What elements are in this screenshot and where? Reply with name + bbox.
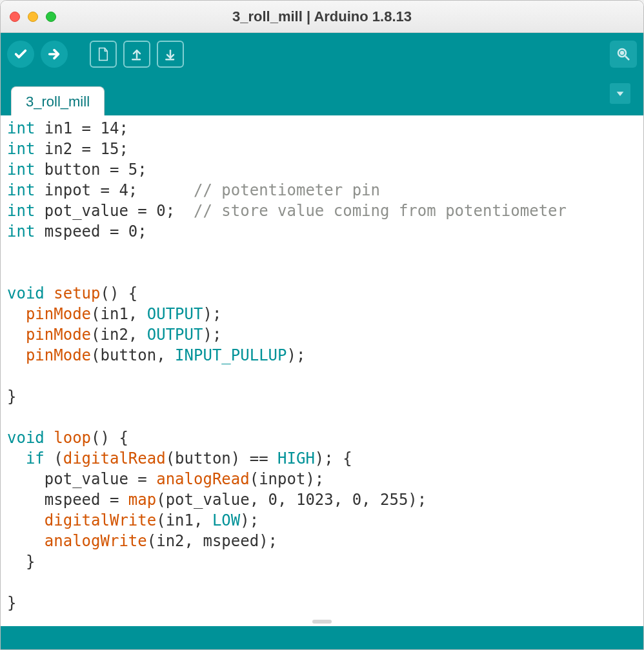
open-sketch-button[interactable] xyxy=(123,41,150,68)
svg-point-7 xyxy=(621,52,623,54)
code-editor[interactable]: int in1 = 14;int in2 = 15;int button = 5… xyxy=(1,115,643,617)
code-line[interactable]: pot_value = analogRead(inpot); xyxy=(7,469,638,489)
sketch-tab-label: 3_roll_mill xyxy=(26,94,90,110)
arrow-up-icon xyxy=(130,47,143,61)
upload-button[interactable] xyxy=(41,41,68,68)
new-sketch-button[interactable] xyxy=(90,41,117,68)
code-line[interactable]: int in2 = 15; xyxy=(7,139,638,159)
serial-monitor-button[interactable] xyxy=(610,41,637,68)
code-line[interactable]: void loop() { xyxy=(7,428,638,448)
verify-button[interactable] xyxy=(7,41,34,68)
code-line[interactable]: mspeed = map(pot_value, 0, 1023, 0, 255)… xyxy=(7,489,638,510)
arrow-right-icon xyxy=(47,47,61,61)
grip-icon xyxy=(312,620,332,624)
chevron-down-icon xyxy=(615,88,625,99)
check-icon xyxy=(14,47,28,61)
code-line[interactable] xyxy=(7,242,638,262)
code-line[interactable]: } xyxy=(7,551,638,572)
minimize-window-button[interactable] xyxy=(28,12,38,22)
serial-monitor-icon xyxy=(616,46,631,62)
code-line[interactable] xyxy=(7,407,638,428)
svg-line-6 xyxy=(625,56,629,60)
code-line[interactable]: int mspeed = 0; xyxy=(7,221,638,242)
code-line[interactable]: if (digitalRead(button) == HIGH); { xyxy=(7,448,638,469)
status-bar xyxy=(1,626,643,649)
resize-grip[interactable] xyxy=(1,617,643,626)
arrow-down-icon xyxy=(164,47,177,61)
titlebar: 3_roll_mill | Arduino 1.8.13 xyxy=(1,1,643,33)
window-controls xyxy=(10,12,56,22)
code-line[interactable]: int inpot = 4; // potentiometer pin xyxy=(7,180,638,201)
close-window-button[interactable] xyxy=(10,12,20,22)
toolbar xyxy=(1,33,643,75)
code-line[interactable]: pinMode(button, INPUT_PULLUP); xyxy=(7,345,638,366)
code-line[interactable]: pinMode(in2, OUTPUT); xyxy=(7,324,638,345)
svg-marker-8 xyxy=(617,92,624,96)
code-line[interactable] xyxy=(7,262,638,283)
code-line[interactable] xyxy=(7,366,638,386)
app-window: 3_roll_mill | Arduino 1.8.13 3_roll_mill xyxy=(0,0,644,650)
code-line[interactable]: int pot_value = 0; // store value coming… xyxy=(7,201,638,221)
code-line[interactable]: digitalWrite(in1, LOW); xyxy=(7,510,638,531)
save-sketch-button[interactable] xyxy=(157,41,184,68)
code-line[interactable]: pinMode(in1, OUTPUT); xyxy=(7,304,638,324)
file-icon xyxy=(97,47,110,61)
window-title: 3_roll_mill | Arduino 1.8.13 xyxy=(1,8,643,25)
tab-menu-button[interactable] xyxy=(610,83,630,104)
sketch-tab[interactable]: 3_roll_mill xyxy=(11,86,105,115)
code-line[interactable]: int button = 5; xyxy=(7,159,638,180)
zoom-window-button[interactable] xyxy=(46,12,56,22)
tab-bar: 3_roll_mill xyxy=(1,75,643,115)
code-line[interactable]: } xyxy=(7,386,638,407)
code-line[interactable]: analogWrite(in2, mspeed); xyxy=(7,531,638,551)
code-line[interactable]: int in1 = 14; xyxy=(7,118,638,139)
code-line[interactable]: void setup() { xyxy=(7,283,638,304)
code-line[interactable]: } xyxy=(7,593,638,613)
code-line[interactable] xyxy=(7,572,638,593)
